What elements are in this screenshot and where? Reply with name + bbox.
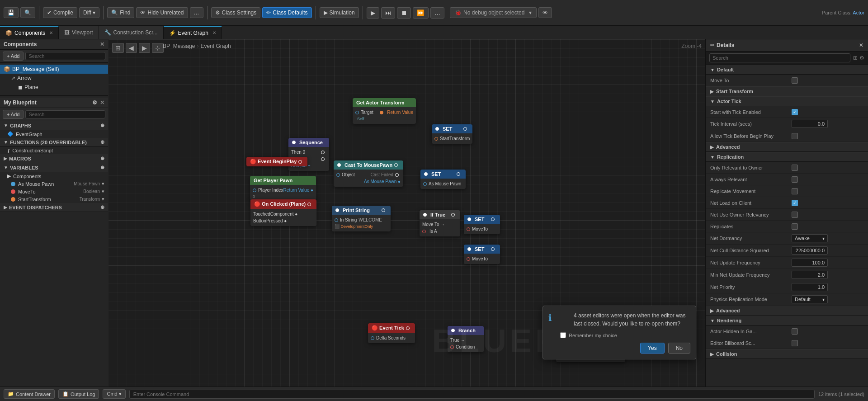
section-replication[interactable]: ▼ Replication xyxy=(706,152,868,162)
node-set-start-transform[interactable]: SET StartTransform xyxy=(432,124,472,144)
compile-button[interactable]: ✔ Compile xyxy=(43,7,77,18)
tree-item-bp-message[interactable]: 📦 BP_Message (Self) xyxy=(0,65,108,74)
net-use-owner-checkbox[interactable] xyxy=(792,212,798,218)
tick-interval-input[interactable]: 0.0 xyxy=(792,120,828,128)
variables-add-icon[interactable]: ⊕ xyxy=(100,165,104,170)
find-in-bp-button[interactable]: 🔍 xyxy=(20,7,35,18)
node-branch[interactable]: Branch True → Condition xyxy=(448,326,484,352)
more-play-button[interactable]: … xyxy=(430,7,444,19)
net-cull-input[interactable]: 225000000.0 xyxy=(792,246,828,255)
section-start-transform[interactable]: ▶ Start Transform xyxy=(706,86,868,96)
node-set-moveto-lower[interactable]: SET MoveTo xyxy=(464,245,500,264)
play-next-button[interactable]: ⏭ xyxy=(381,7,395,19)
event-graph-tab-close[interactable]: ✕ xyxy=(212,30,216,35)
nav-grid-button[interactable]: ⊞ xyxy=(112,43,124,53)
section-variables[interactable]: ▼ VARIABLES ⊕ xyxy=(0,163,108,172)
start-tick-checkbox[interactable] xyxy=(792,109,798,115)
stop-button[interactable]: ⏹ xyxy=(397,7,411,19)
my-blueprint-settings[interactable]: ⚙ xyxy=(92,99,97,106)
output-log-button[interactable]: 📋 Output Log xyxy=(58,389,99,399)
details-grid-icon[interactable]: ⊞ xyxy=(853,55,858,61)
more-options-button[interactable]: … xyxy=(190,7,203,18)
net-update-freq-input[interactable]: 100.0 xyxy=(792,259,828,267)
var-as-mouse-pawn[interactable]: As Mouse Pawn Mouse Pawn ▾ xyxy=(4,180,108,188)
nav-back-button[interactable]: ◀ xyxy=(126,43,137,53)
section-rendering[interactable]: ▼ Rendering xyxy=(706,316,868,326)
dialog-no-button[interactable]: No xyxy=(668,343,690,354)
tab-components[interactable]: 📦 Components ✕ xyxy=(0,26,59,39)
physics-replication-dropdown[interactable]: Default ▾ xyxy=(792,295,828,303)
details-settings-icon[interactable]: ⚙ xyxy=(859,55,864,61)
debug-eye-button[interactable]: 👁 xyxy=(538,7,552,18)
hide-unrelated-button[interactable]: 👁 Hide Unrelated xyxy=(136,7,188,18)
diff-button[interactable]: Diff ▾ xyxy=(79,7,99,18)
section-event-dispatchers[interactable]: ▶ EVENT DISPATCHERS ⊕ xyxy=(0,203,108,212)
node-set-moveto-upper[interactable]: SET MoveTo xyxy=(464,215,500,234)
simulation-button[interactable]: ▶ Simulation xyxy=(320,7,359,18)
var-move-to[interactable]: MoveTo Boolean ▾ xyxy=(4,188,108,195)
actor-hidden-checkbox[interactable] xyxy=(792,328,798,335)
components-tab-close[interactable]: ✕ xyxy=(49,30,53,35)
class-defaults-button[interactable]: ✏ Class Defaults xyxy=(262,7,311,18)
debug-selector[interactable]: 🐞 No debug object selected ▾ xyxy=(450,7,537,18)
node-event-tick[interactable]: 🔴 Event Tick Delta Seconds xyxy=(368,323,415,343)
nav-home-button[interactable]: ⊹ xyxy=(152,43,164,53)
always-relevant-checkbox[interactable] xyxy=(792,176,798,183)
node-on-clicked-plane[interactable]: 🔴 On Clicked (Plane) TouchedComponent ● … xyxy=(250,199,316,226)
billboard-scale-checkbox[interactable] xyxy=(792,340,798,346)
move-to-checkbox[interactable] xyxy=(792,77,798,84)
content-drawer-button[interactable]: 📁 Content Drawer xyxy=(4,389,55,399)
components-variable-group[interactable]: ▶ Components xyxy=(4,172,108,180)
var-start-transform[interactable]: StartTransform Transform ▾ xyxy=(4,195,108,203)
node-set-mouse-pawn[interactable]: SET As Mouse Pawn xyxy=(420,170,466,189)
section-graphs[interactable]: ▼ GRAPHS ⊕ xyxy=(0,121,108,130)
section-functions[interactable]: ▼ FUNCTIONS (20 OVERRIDABLE) ⊕ xyxy=(0,138,108,147)
node-event-begin-play[interactable]: 🔴 Event BeginPlay xyxy=(246,157,307,166)
nav-forward-button[interactable]: ▶ xyxy=(139,43,150,53)
add-component-button[interactable]: + Add xyxy=(3,52,24,61)
tree-item-arrow[interactable]: ↗ Arrow xyxy=(0,74,108,83)
class-settings-button[interactable]: ⚙ Class Settings xyxy=(211,7,261,18)
my-blueprint-close[interactable]: ✕ xyxy=(100,99,104,106)
section-macros[interactable]: ▶ MACROS ⊕ xyxy=(0,154,108,163)
node-cast-to-mouse-pawn[interactable]: Cast To MousePawn Object Cast Failed As … xyxy=(334,160,403,187)
my-blueprint-search-box[interactable] xyxy=(25,110,105,118)
tab-viewport[interactable]: 🖼 Viewport xyxy=(59,26,99,39)
canvas-area[interactable]: ⊞ ◀ ▶ ⊹ BP_Message › Event Graph Zoom -4… xyxy=(108,39,705,387)
tab-event-graph[interactable]: ⚡ Event Graph ✕ xyxy=(164,26,222,39)
var-expand-mouse-pawn[interactable]: ▾ xyxy=(102,181,104,187)
node-print-string[interactable]: Print String In String WELCOME ⬛ Develop… xyxy=(332,206,391,231)
only-relevant-checkbox[interactable] xyxy=(792,165,798,171)
section-advanced-2[interactable]: ▶ Advanced xyxy=(706,306,868,316)
allow-tick-checkbox[interactable] xyxy=(792,133,798,139)
console-input[interactable] xyxy=(129,390,815,399)
section-advanced-1[interactable]: ▶ Advanced xyxy=(706,142,868,152)
replicate-movement-checkbox[interactable] xyxy=(792,188,798,194)
var-expand-start-transform[interactable]: ▾ xyxy=(102,196,104,202)
details-close[interactable]: ✕ xyxy=(859,42,863,48)
dialog-remember-checkbox[interactable] xyxy=(560,332,566,338)
components-search-input[interactable] xyxy=(28,53,102,59)
dispatchers-add-icon[interactable]: ⊕ xyxy=(100,204,104,210)
macros-add-icon[interactable]: ⊕ xyxy=(100,156,104,161)
functions-add-icon[interactable]: ⊕ xyxy=(100,139,104,145)
add-blueprint-button[interactable]: + Add xyxy=(3,110,24,119)
parent-class-link[interactable]: Actor xyxy=(853,10,864,15)
replicates-checkbox[interactable] xyxy=(792,223,798,230)
find-button[interactable]: 🔍 Find xyxy=(107,7,134,18)
graphs-add-icon[interactable]: ⊕ xyxy=(100,123,104,128)
dialog-yes-button[interactable]: Yes xyxy=(640,343,665,354)
cmd-button[interactable]: Cmd ▾ xyxy=(103,389,125,399)
section-default[interactable]: ▼ Default xyxy=(706,65,868,75)
play-button[interactable]: ▶ xyxy=(367,7,379,19)
components-search-box[interactable] xyxy=(25,52,105,60)
section-collision[interactable]: ▶ Collision xyxy=(706,349,868,359)
my-blueprint-search-input[interactable] xyxy=(28,112,102,117)
tree-item-plane[interactable]: ◼ Plane xyxy=(0,83,108,92)
event-graph-item[interactable]: 🔷 EventGraph xyxy=(4,130,108,138)
node-get-player-pawn[interactable]: Get Player Pawn Player Index Return Valu… xyxy=(250,176,316,202)
tab-construction-script[interactable]: 🔧 Construction Scr... xyxy=(99,26,164,39)
components-panel-close[interactable]: ✕ xyxy=(100,41,104,47)
net-priority-input[interactable]: 1.0 xyxy=(792,283,828,291)
node-get-actor-transform[interactable]: Get Actor Transform Target Return Value … xyxy=(353,98,416,124)
